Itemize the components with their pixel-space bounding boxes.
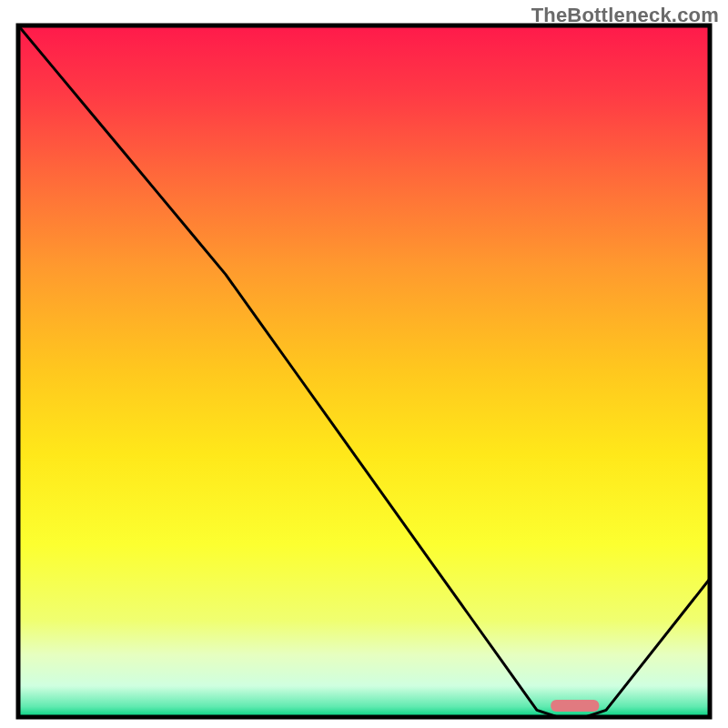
optimal-marker <box>551 700 599 712</box>
plot-background <box>18 25 710 717</box>
chart-container: { "watermark": "TheBottleneck.com", "cha… <box>0 0 728 728</box>
watermark-text: TheBottleneck.com <box>531 4 719 27</box>
bottleneck-chart <box>0 0 728 728</box>
